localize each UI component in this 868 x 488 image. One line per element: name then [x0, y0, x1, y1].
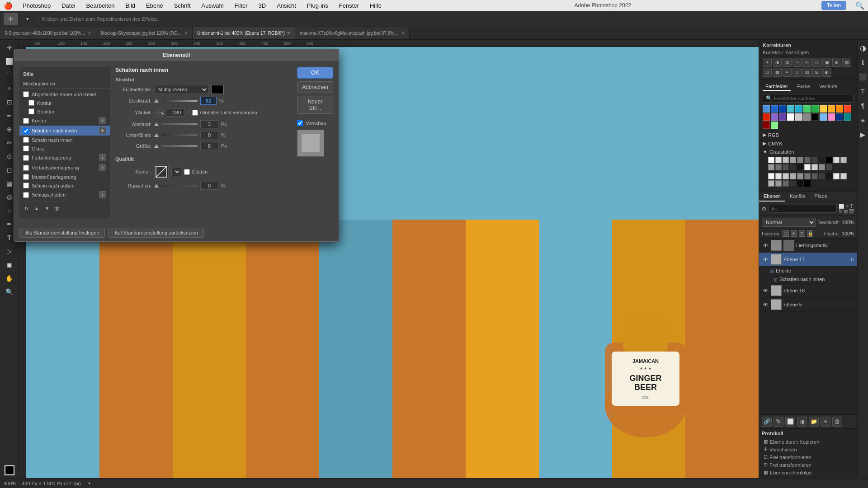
tool-path-select[interactable]: ▷	[2, 245, 17, 258]
korrektur-exposure[interactable]: ◎	[802, 58, 811, 67]
tool-zoom[interactable]: 🔍	[2, 286, 17, 298]
add-verlaugsub[interactable]: +	[99, 164, 106, 171]
tab-3-close[interactable]: ✕	[401, 31, 405, 36]
swatch-light-blue[interactable]	[820, 113, 827, 121]
neuer-stil-button[interactable]: Neuer Stil...	[297, 96, 333, 114]
unterfuellen-slider[interactable]	[161, 134, 198, 136]
swatch-dkblue[interactable]	[836, 113, 843, 121]
style-schein-innen[interactable]: Schein nach innen	[19, 136, 110, 144]
fullmethode-select[interactable]: Multiplizieren	[154, 85, 208, 94]
swatch-cyan2[interactable]	[795, 105, 802, 113]
abstand-slider-up[interactable]	[154, 122, 159, 126]
fg-bg-colors[interactable]	[5, 465, 14, 476]
korrektur-gradient-map[interactable]: ▥	[802, 68, 811, 77]
arrow-up-btn[interactable]: ▲	[33, 205, 41, 212]
swatch-black[interactable]	[811, 113, 819, 121]
style-struktur-sub[interactable]: Struktur	[19, 107, 110, 116]
layer-ebene18[interactable]: 👁 Ebene 18	[759, 284, 857, 298]
abbrechen-button[interactable]: Abbrechen	[297, 81, 333, 93]
style-kontur2[interactable]: Kontur +	[19, 116, 110, 126]
rauschen-slider[interactable]	[161, 185, 198, 187]
gray-swatch-17[interactable]	[811, 164, 818, 170]
eye-lieblingsmotiv[interactable]: 👁	[762, 242, 769, 249]
tab-kanaele[interactable]: Kanäle	[785, 192, 810, 202]
tab-2[interactable]: Unbenannt-1 bei 400% (Ebene 17, RGB/8*) …	[193, 27, 295, 39]
gray2-swatch-13[interactable]	[783, 180, 789, 187]
lock-artboard[interactable]: ⊡	[799, 230, 805, 237]
menu-3d[interactable]: 3D	[256, 1, 269, 10]
gray-swatch-9[interactable]	[833, 157, 840, 163]
ebenenstil-dialog[interactable]: Ebenenstil Stile Mischoptionen Abgeflach…	[14, 49, 339, 242]
swatch-red1[interactable]	[844, 105, 851, 113]
winkel-input[interactable]: -180	[167, 108, 185, 117]
protokoll-ebenenreihenfolge[interactable]: ▦ Ebenenreihenfolge	[762, 469, 854, 476]
globales-licht-cb[interactable]	[192, 110, 198, 116]
gray2-swatch-7[interactable]	[819, 173, 825, 179]
gray2-swatch-11[interactable]	[768, 180, 774, 187]
tab-farbe[interactable]: Farbe	[794, 83, 813, 91]
gray-swatch-15[interactable]	[797, 164, 803, 170]
gray2-swatch-6[interactable]	[811, 173, 818, 179]
korrektur-photof[interactable]: ⊡	[763, 68, 772, 77]
lock-move[interactable]: ✛	[791, 230, 797, 237]
cb-struktur[interactable]	[28, 108, 34, 114]
tab-farbfelder[interactable]: Farbfelder	[763, 83, 791, 91]
strip-icon-3[interactable]: T	[856, 85, 868, 98]
korrektur-levels[interactable]: ▤	[783, 58, 792, 67]
strip-icon-4[interactable]: ¶	[856, 99, 868, 112]
tool-shape[interactable]: ◼	[2, 258, 17, 271]
abstand-input[interactable]: 3	[200, 120, 218, 128]
gray2-swatch-9[interactable]	[833, 173, 840, 179]
deckkraft-input[interactable]: 82	[200, 97, 217, 105]
swatch-purple2[interactable]	[779, 113, 786, 121]
style-schein-aussen[interactable]: Schein nach außen	[19, 181, 110, 190]
cb-glanz[interactable]	[23, 145, 29, 151]
cb-abgeflachte[interactable]	[23, 91, 29, 97]
mischoptionen-item[interactable]: Mischoptionen	[19, 80, 110, 88]
add-schlagschatten[interactable]: +	[99, 191, 106, 198]
gray-swatch-8[interactable]	[826, 157, 832, 163]
protokoll-frei-transform-1[interactable]: ⊡ Frei transformieren	[762, 453, 854, 461]
groesse-input[interactable]: 8	[200, 142, 218, 150]
menu-ebene[interactable]: Ebene	[143, 1, 166, 10]
gray-swatch-10[interactable]	[840, 157, 847, 163]
cb-schatten-innen[interactable]	[23, 128, 29, 134]
gray-swatch-14[interactable]	[790, 164, 796, 170]
gray2-swatch-0[interactable]	[768, 173, 774, 179]
dimensions-expand[interactable]: ▾	[88, 481, 90, 486]
color-group-cmyk[interactable]: ▶ CMYK	[763, 139, 854, 148]
korrektur-contrast[interactable]: ◑	[773, 58, 782, 67]
gray-swatch-7[interactable]	[819, 157, 825, 163]
gray-swatch-3[interactable]	[790, 157, 796, 163]
delete-style-btn[interactable]: 🗑	[53, 205, 61, 212]
swatch-dkred[interactable]	[763, 122, 770, 129]
swatch-blue2[interactable]	[771, 105, 778, 113]
korrektur-colorbalance[interactable]: ⊞	[832, 58, 841, 67]
style-abgeflachte[interactable]: Abgeflachte Kante und Relief	[19, 90, 110, 99]
strip-icon-2[interactable]: ⬛	[856, 70, 868, 83]
winkel-dial[interactable]	[154, 108, 164, 117]
cb-kontur2[interactable]	[23, 118, 29, 124]
menu-photoshop[interactable]: Photoshop	[20, 1, 53, 10]
tab-2-close[interactable]: ✕	[287, 31, 290, 36]
tab-pfade[interactable]: Pfade	[810, 192, 832, 202]
korrektur-hsl[interactable]: ▣	[822, 58, 831, 67]
layer-effekte[interactable]: ◎ Effekte	[759, 267, 857, 275]
apple-menu[interactable]: 🍎	[4, 1, 13, 10]
korrektur-posterize[interactable]: ⊟	[812, 68, 821, 77]
swatch-white[interactable]	[787, 113, 794, 121]
gray2-swatch-10[interactable]	[840, 173, 847, 179]
korrektur-helligkeit[interactable]: ☀	[763, 58, 772, 67]
style-schlagschatten[interactable]: Schlagschatten +	[19, 190, 110, 200]
layer-lieblingsmotiv[interactable]: 👁 Lieblingsmotiv	[759, 239, 857, 253]
gray-swatch-5[interactable]	[804, 157, 811, 163]
lock-pixel[interactable]: ⬡	[783, 230, 789, 237]
menu-auswahl[interactable]: Auswahl	[199, 1, 226, 10]
gray2-swatch-4[interactable]	[797, 173, 803, 179]
move-tool[interactable]: ✛	[4, 13, 18, 25]
cb-farbuberlagerung[interactable]	[23, 155, 29, 161]
strip-icon-5[interactable]: ≡	[856, 114, 868, 127]
menu-datei[interactable]: Datei	[59, 1, 78, 10]
lock-all[interactable]: 🔒	[807, 230, 813, 237]
deckkraft-slider[interactable]	[161, 100, 198, 102]
